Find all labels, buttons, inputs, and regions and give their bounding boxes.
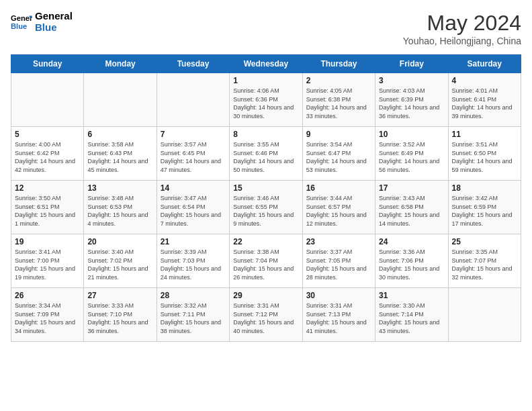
day-number: 8 [233, 130, 298, 139]
calendar-cell: 5Sunrise: 4:00 AMSunset: 6:42 PMDaylight… [11, 127, 84, 181]
day-number: 21 [161, 237, 226, 246]
calendar-cell: 18Sunrise: 3:42 AMSunset: 6:59 PMDayligh… [448, 181, 521, 234]
day-number: 6 [87, 130, 152, 139]
calendar-cell: 12Sunrise: 3:50 AMSunset: 6:51 PMDayligh… [11, 181, 84, 234]
svg-text:Blue: Blue [11, 21, 27, 30]
svg-text:General: General [11, 14, 32, 22]
cell-info: Sunrise: 3:41 AMSunset: 7:00 PMDaylight:… [15, 248, 80, 281]
calendar-cell: 6Sunrise: 3:58 AMSunset: 6:43 PMDaylight… [84, 127, 157, 181]
header-saturday: Saturday [448, 55, 521, 73]
calendar-cell: 24Sunrise: 3:36 AMSunset: 7:06 PMDayligh… [375, 234, 448, 288]
cell-info: Sunrise: 3:31 AMSunset: 7:12 PMDaylight:… [233, 302, 298, 335]
day-number: 31 [379, 291, 444, 300]
calendar-cell: 31Sunrise: 3:30 AMSunset: 7:14 PMDayligh… [375, 288, 448, 342]
calendar-week-row: 5Sunrise: 4:00 AMSunset: 6:42 PMDaylight… [11, 127, 521, 181]
cell-info: Sunrise: 3:58 AMSunset: 6:43 PMDaylight:… [87, 140, 152, 174]
cell-info: Sunrise: 4:00 AMSunset: 6:42 PMDaylight:… [15, 140, 80, 174]
calendar-cell: 9Sunrise: 3:54 AMSunset: 6:47 PMDaylight… [302, 127, 375, 181]
cell-info: Sunrise: 3:37 AMSunset: 7:05 PMDaylight:… [306, 248, 371, 281]
cell-info: Sunrise: 3:32 AMSunset: 7:11 PMDaylight:… [161, 302, 226, 335]
calendar-cell: 30Sunrise: 3:31 AMSunset: 7:13 PMDayligh… [302, 288, 375, 342]
calendar-cell: 29Sunrise: 3:31 AMSunset: 7:12 PMDayligh… [230, 288, 302, 342]
day-number: 22 [233, 237, 298, 246]
day-number: 13 [87, 183, 152, 193]
logo-line1: General [35, 11, 73, 22]
location: Youhao, Heilongjiang, China [403, 36, 521, 46]
day-number: 25 [452, 237, 517, 246]
calendar-cell: 16Sunrise: 3:44 AMSunset: 6:57 PMDayligh… [302, 181, 375, 234]
calendar-cell: 15Sunrise: 3:46 AMSunset: 6:55 PMDayligh… [230, 181, 302, 234]
day-number: 9 [306, 130, 371, 139]
calendar-cell: 11Sunrise: 3:51 AMSunset: 6:50 PMDayligh… [448, 127, 521, 181]
day-number: 24 [379, 237, 444, 246]
header-monday: Monday [84, 55, 157, 73]
day-number: 10 [379, 130, 444, 139]
logo: General Blue General Blue [11, 11, 73, 33]
calendar-cell: 1Sunrise: 4:06 AMSunset: 6:36 PMDaylight… [230, 73, 302, 127]
cell-info: Sunrise: 3:30 AMSunset: 7:14 PMDaylight:… [379, 302, 444, 335]
day-number: 17 [379, 183, 444, 193]
header-thursday: Thursday [302, 55, 375, 73]
day-number: 15 [233, 183, 298, 193]
calendar-cell: 26Sunrise: 3:34 AMSunset: 7:09 PMDayligh… [11, 288, 84, 342]
cell-info: Sunrise: 3:43 AMSunset: 6:58 PMDaylight:… [379, 194, 444, 228]
cell-info: Sunrise: 3:44 AMSunset: 6:57 PMDaylight:… [306, 194, 371, 228]
header-wednesday: Wednesday [230, 55, 302, 73]
day-number: 2 [306, 76, 371, 85]
calendar-week-row: 26Sunrise: 3:34 AMSunset: 7:09 PMDayligh… [11, 288, 521, 342]
day-number: 18 [452, 183, 517, 193]
day-number: 29 [233, 291, 298, 300]
calendar-cell: 14Sunrise: 3:47 AMSunset: 6:54 PMDayligh… [157, 181, 229, 234]
calendar-cell: 22Sunrise: 3:38 AMSunset: 7:04 PMDayligh… [230, 234, 302, 288]
cell-info: Sunrise: 3:47 AMSunset: 6:54 PMDaylight:… [161, 194, 226, 228]
calendar-cell [11, 73, 84, 127]
day-number: 23 [306, 237, 371, 246]
day-number: 20 [87, 237, 152, 246]
calendar-week-row: 1Sunrise: 4:06 AMSunset: 6:36 PMDaylight… [11, 73, 521, 127]
calendar-cell: 13Sunrise: 3:48 AMSunset: 6:53 PMDayligh… [84, 181, 157, 234]
day-number: 3 [379, 76, 444, 85]
title-block: May 2024 Youhao, Heilongjiang, China [403, 11, 521, 46]
day-number: 14 [161, 183, 226, 193]
day-number: 26 [15, 291, 80, 300]
cell-info: Sunrise: 3:33 AMSunset: 7:10 PMDaylight:… [87, 302, 152, 335]
cell-info: Sunrise: 4:05 AMSunset: 6:38 PMDaylight:… [306, 87, 371, 120]
calendar-cell: 7Sunrise: 3:57 AMSunset: 6:45 PMDaylight… [157, 127, 229, 181]
cell-info: Sunrise: 3:31 AMSunset: 7:13 PMDaylight:… [306, 302, 371, 335]
cell-info: Sunrise: 3:50 AMSunset: 6:51 PMDaylight:… [15, 194, 80, 228]
cell-info: Sunrise: 4:06 AMSunset: 6:36 PMDaylight:… [233, 87, 298, 120]
calendar-cell [84, 73, 157, 127]
calendar-week-row: 19Sunrise: 3:41 AMSunset: 7:00 PMDayligh… [11, 234, 521, 288]
cell-info: Sunrise: 3:52 AMSunset: 6:49 PMDaylight:… [379, 140, 444, 174]
cell-info: Sunrise: 3:55 AMSunset: 6:46 PMDaylight:… [233, 140, 298, 174]
cell-info: Sunrise: 3:35 AMSunset: 7:07 PMDaylight:… [452, 248, 517, 281]
page-header: General Blue General Blue May 2024 Youha… [11, 11, 521, 46]
day-number: 5 [15, 130, 80, 139]
calendar-cell: 19Sunrise: 3:41 AMSunset: 7:00 PMDayligh… [11, 234, 84, 288]
calendar-cell [448, 288, 521, 342]
day-number: 7 [161, 130, 226, 139]
month-title: May 2024 [403, 11, 521, 36]
cell-info: Sunrise: 3:38 AMSunset: 7:04 PMDaylight:… [233, 248, 298, 281]
cell-info: Sunrise: 3:42 AMSunset: 6:59 PMDaylight:… [452, 194, 517, 228]
calendar-cell: 2Sunrise: 4:05 AMSunset: 6:38 PMDaylight… [302, 73, 375, 127]
cell-info: Sunrise: 3:34 AMSunset: 7:09 PMDaylight:… [15, 302, 80, 335]
day-number: 19 [15, 237, 80, 246]
day-number: 16 [306, 183, 371, 193]
day-number: 11 [452, 130, 517, 139]
day-number: 1 [233, 76, 298, 85]
logo-line2: Blue [35, 22, 73, 34]
header-sunday: Sunday [11, 55, 84, 73]
calendar-cell: 3Sunrise: 4:03 AMSunset: 6:39 PMDaylight… [375, 73, 448, 127]
calendar-cell: 23Sunrise: 3:37 AMSunset: 7:05 PMDayligh… [302, 234, 375, 288]
cell-info: Sunrise: 3:57 AMSunset: 6:45 PMDaylight:… [161, 140, 226, 174]
cell-info: Sunrise: 3:48 AMSunset: 6:53 PMDaylight:… [87, 194, 152, 228]
cell-info: Sunrise: 3:54 AMSunset: 6:47 PMDaylight:… [306, 140, 371, 174]
calendar-cell: 20Sunrise: 3:40 AMSunset: 7:02 PMDayligh… [84, 234, 157, 288]
calendar-cell [157, 73, 229, 127]
day-number: 4 [452, 76, 517, 85]
cell-info: Sunrise: 3:39 AMSunset: 7:03 PMDaylight:… [161, 248, 226, 281]
cell-info: Sunrise: 4:03 AMSunset: 6:39 PMDaylight:… [379, 87, 444, 120]
calendar-cell: 8Sunrise: 3:55 AMSunset: 6:46 PMDaylight… [230, 127, 302, 181]
cell-info: Sunrise: 4:01 AMSunset: 6:41 PMDaylight:… [452, 87, 517, 120]
